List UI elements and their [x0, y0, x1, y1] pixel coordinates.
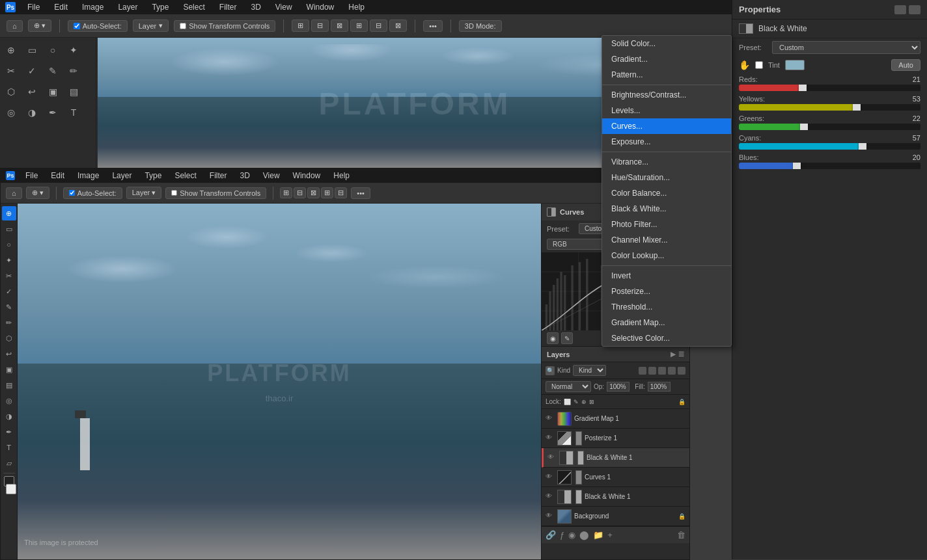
- dropdown-photo-filter[interactable]: Photo Filter...: [602, 217, 731, 232]
- dropdown-pattern[interactable]: Pattern...: [602, 67, 731, 83]
- layer-vis-gm[interactable]: 👁: [546, 414, 555, 423]
- menu-help-bottom[interactable]: Help: [331, 170, 352, 181]
- menu-help-top[interactable]: Help: [346, 1, 367, 13]
- auto-select-btn-bottom[interactable]: Auto-Select:: [63, 187, 122, 199]
- dropdown-selective-color[interactable]: Selective Color...: [602, 330, 731, 346]
- dropdown-exposure[interactable]: Exposure...: [602, 134, 731, 150]
- type-filter-icon[interactable]: [658, 367, 666, 375]
- history-brush-tool[interactable]: ↩: [22, 82, 42, 101]
- align-btn-3[interactable]: ⊠: [307, 187, 320, 198]
- align-center-btn[interactable]: ⊟: [311, 20, 329, 32]
- link-layers-btn[interactable]: 🔗: [546, 530, 556, 540]
- menu-3d-bottom[interactable]: 3D: [237, 170, 252, 181]
- pen-tool[interactable]: ✒: [43, 103, 62, 122]
- align-left-btn[interactable]: ⊞: [292, 20, 309, 32]
- yellows-track[interactable]: [739, 104, 920, 111]
- menu-filter-top[interactable]: Filter: [217, 1, 240, 13]
- menu-select-top[interactable]: Select: [180, 1, 207, 13]
- show-transform-btn-bottom[interactable]: Show Transform Controls: [165, 187, 266, 199]
- eyedropper-bottom[interactable]: ✓: [2, 284, 16, 299]
- curves-draw-tool[interactable]: ✎: [561, 332, 573, 344]
- text-tool[interactable]: T: [64, 103, 83, 122]
- reds-track[interactable]: [739, 85, 920, 91]
- heal-tool-bottom[interactable]: ✎: [2, 300, 16, 314]
- align-btn-5[interactable]: ⊟: [335, 187, 347, 198]
- lock-filter-icon[interactable]: [678, 367, 685, 375]
- select-tool[interactable]: ▭: [22, 40, 42, 60]
- opacity-input[interactable]: [607, 382, 630, 392]
- menu-3d-top[interactable]: 3D: [248, 1, 263, 13]
- align-bottom-btn[interactable]: ⊠: [389, 20, 407, 32]
- auto-select-btn[interactable]: Auto-Select:: [68, 20, 128, 32]
- heal-tool[interactable]: ✎: [43, 61, 62, 81]
- layer-item-curves[interactable]: 👁 Curves 1: [542, 468, 689, 487]
- lock-position-icon[interactable]: ⊕: [581, 399, 587, 405]
- menu-edit-top[interactable]: Edit: [51, 1, 70, 13]
- text-tool-bottom[interactable]: T: [2, 440, 16, 455]
- align-btn-1[interactable]: ⊞: [280, 187, 292, 198]
- greens-track[interactable]: [739, 124, 920, 130]
- select-tool-bottom[interactable]: ▭: [2, 222, 16, 236]
- show-transform-checkbox[interactable]: [180, 23, 186, 29]
- dropdown-black-white[interactable]: Black & White...: [602, 201, 731, 217]
- shape-tool-bottom[interactable]: ▱: [2, 456, 16, 470]
- layer-vis-post[interactable]: 👁: [546, 434, 555, 443]
- crop-tool[interactable]: ✂: [1, 61, 21, 81]
- hand-tool-icon[interactable]: ✋: [739, 60, 750, 70]
- layer-vis-bw2[interactable]: 👁: [547, 453, 557, 462]
- cyans-thumb[interactable]: [859, 143, 866, 150]
- layer-vis-bg[interactable]: 👁: [546, 512, 555, 521]
- curves-point-tool[interactable]: ◉: [547, 332, 559, 344]
- blues-track[interactable]: [739, 163, 920, 169]
- preset-dropdown[interactable]: Custom: [772, 41, 920, 54]
- pen-tool-bottom[interactable]: ✒: [2, 425, 16, 439]
- adj-filter-icon[interactable]: [648, 367, 656, 375]
- blur-tool-bottom[interactable]: ◎: [2, 393, 16, 408]
- new-adj-btn[interactable]: ⬤: [579, 530, 589, 540]
- dropdown-curves[interactable]: Curves...: [602, 118, 731, 134]
- move-tool-bottom[interactable]: ⊕: [2, 206, 16, 220]
- menu-window-bottom[interactable]: Window: [290, 170, 324, 181]
- auto-button[interactable]: Auto: [891, 59, 920, 71]
- dropdown-vibrance[interactable]: Vibrance...: [602, 154, 731, 170]
- eraser-tool-bottom[interactable]: ▣: [2, 362, 16, 377]
- show-transform-btn[interactable]: Show Transform Controls: [174, 20, 275, 32]
- align-top-btn[interactable]: ⊞: [350, 20, 368, 32]
- history-brush-bottom[interactable]: ↩: [2, 347, 16, 361]
- dropdown-gradient[interactable]: Gradient...: [602, 51, 731, 67]
- move-tool-btn-bottom[interactable]: ⊕ ▾: [26, 187, 49, 199]
- menu-view-top[interactable]: View: [273, 1, 295, 13]
- more-options-btn-bottom[interactable]: •••: [351, 187, 370, 199]
- lasso-tool-bottom[interactable]: ○: [2, 237, 16, 252]
- reds-thumb[interactable]: [799, 85, 807, 91]
- cyans-track[interactable]: [739, 143, 920, 150]
- new-group-btn[interactable]: 📁: [593, 530, 603, 540]
- home-btn-bottom[interactable]: ⌂: [6, 187, 22, 199]
- new-layer-btn[interactable]: +: [607, 530, 613, 540]
- auto-select-checkbox-bottom[interactable]: [69, 190, 75, 196]
- lock-all-icon[interactable]: 🔒: [678, 399, 685, 405]
- layer-vis-curves[interactable]: 👁: [546, 473, 555, 482]
- stamp-tool[interactable]: ⬡: [1, 82, 21, 101]
- dropdown-threshold[interactable]: Threshold...: [602, 299, 731, 315]
- fill-input[interactable]: [648, 382, 671, 392]
- stamp-tool-bottom[interactable]: ⬡: [2, 331, 16, 345]
- dodge-tool-bottom[interactable]: ◑: [2, 409, 16, 423]
- kind-dropdown[interactable]: Kind: [573, 365, 606, 376]
- layer-item-bg[interactable]: 👁 Background 🔒: [542, 507, 689, 526]
- layer-dropdown-top[interactable]: Layer ▾: [133, 20, 169, 32]
- background-color[interactable]: [6, 484, 16, 494]
- brush-tool[interactable]: ✏: [64, 61, 83, 81]
- dropdown-channel-mixer[interactable]: Channel Mixer...: [602, 232, 731, 248]
- add-style-btn[interactable]: ƒ: [560, 530, 564, 540]
- layer-item-bw2[interactable]: 👁 Black & White 1: [542, 448, 689, 468]
- layer-item-bw1[interactable]: 👁 Black & White 1: [542, 487, 689, 507]
- dropdown-levels[interactable]: Levels...: [602, 103, 731, 118]
- gradient-tool[interactable]: ▤: [64, 82, 83, 101]
- menu-file-top[interactable]: File: [25, 1, 42, 13]
- crop-tool-bottom[interactable]: ✂: [2, 269, 16, 283]
- smart-filter-icon[interactable]: [668, 367, 676, 375]
- eyedropper-tool[interactable]: ✓: [22, 61, 42, 81]
- layers-expand-icon[interactable]: ▶: [671, 351, 676, 358]
- auto-select-checkbox[interactable]: [74, 23, 80, 29]
